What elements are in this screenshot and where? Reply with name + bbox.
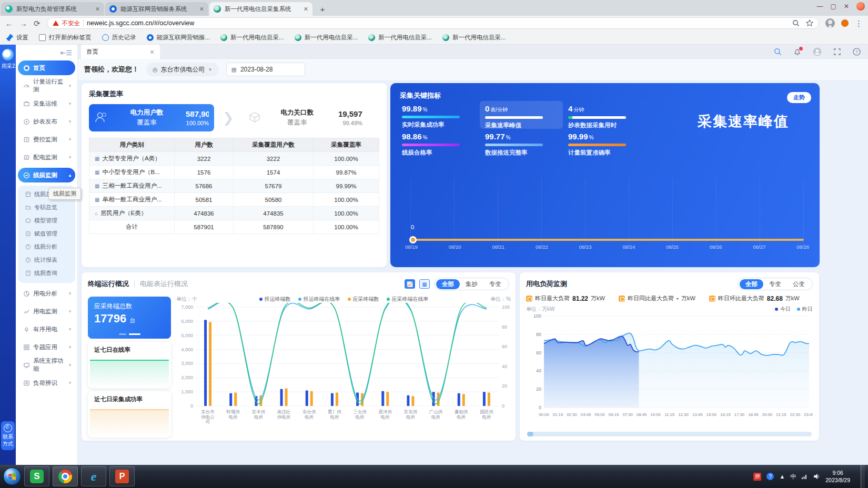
tab-close-icon[interactable]: ✕ (95, 6, 100, 13)
bookmark-energy[interactable]: 能源互联网营销服... (147, 34, 210, 42)
submenu-item-model-mgmt[interactable]: 模型管理 (18, 214, 75, 227)
table-row[interactable]: ⌂居民用户（E类） 474836474835100.00% (89, 207, 379, 220)
timeline-handle[interactable] (409, 236, 417, 243)
help-icon[interactable]: ? (853, 48, 861, 56)
fullscreen-icon[interactable] (833, 48, 841, 56)
filter-zhuanbian[interactable]: 专变 (483, 279, 507, 289)
reload-icon[interactable]: ⟳ (34, 19, 41, 27)
metric-reading-time[interactable]: 4分钟 抄表数据采集用时 (563, 101, 652, 129)
kpi-timeline[interactable]: 0 08/1908/2008/2108/2208/2308/2408/2508/… (410, 232, 804, 251)
taskbar-wps-button[interactable]: S (24, 466, 49, 486)
bookmark-neweic-3[interactable]: 新一代用电信息采... (368, 34, 432, 42)
sidebar-item-orderly-power[interactable]: 有序用电▼ (18, 322, 75, 337)
tray-chevron-up-icon[interactable]: ▲ (779, 473, 785, 480)
maximize-button[interactable]: ▢ (831, 3, 836, 9)
legend-item[interactable]: 应采终端在线率 (387, 296, 429, 303)
sidebar-item-meter-reading[interactable]: 抄表发布▼ (18, 114, 75, 129)
sidebar-item-fee-control[interactable]: ¥ 费控监测▼ (18, 132, 75, 147)
bookmark-star-icon[interactable] (806, 19, 813, 27)
forward-icon[interactable]: → (19, 19, 27, 27)
bookmark-settings[interactable]: 设置 (6, 34, 28, 42)
submenu-item-lineloss-query[interactable]: 线损查询 (18, 267, 75, 280)
bookmark-neweic-1[interactable]: 新一代用电信息采... (220, 34, 284, 42)
datazoom-slider[interactable] (527, 432, 812, 436)
org-selector[interactable]: ◎ 东台市供电公司 ▼ (146, 63, 219, 76)
legend-item[interactable]: 投运终端在线率 (298, 296, 340, 303)
filter-all[interactable]: 全部 (740, 279, 763, 289)
submenu-item-value-mgmt[interactable]: 赋值管理 (18, 227, 75, 240)
taskbar-ie-button[interactable]: e (81, 466, 106, 486)
browser-update-icon[interactable] (841, 19, 849, 27)
sidebar-item-usage-analysis[interactable]: 用电分析▼ (18, 286, 75, 301)
ime-cn-icon[interactable]: 中 (790, 473, 796, 481)
browser-menu-dots-icon[interactable]: ⋮ (855, 19, 863, 27)
online-rate-minicard[interactable]: 近七日在线率 (88, 342, 171, 388)
bookmark-neweic-2[interactable]: 新一代用电信息采... (295, 34, 358, 42)
user-avatar-icon[interactable] (813, 47, 822, 56)
sidebar-item-special-apps[interactable]: 专题应用▼ (18, 340, 75, 354)
datazoom-handle[interactable] (527, 432, 533, 436)
show-desktop-button[interactable] (861, 465, 865, 488)
network-icon[interactable] (801, 473, 808, 480)
taskbar-ppt-button[interactable]: P (109, 466, 135, 486)
zoom-icon[interactable] (792, 19, 800, 27)
browser-tab-3-active[interactable]: 新一代用电信息采集系统 ✕ (209, 2, 312, 16)
legend-item[interactable]: 投运终端数 (259, 296, 291, 303)
browser-tab-1[interactable]: 新型电力负荷管理系统 ✕ (1, 2, 104, 16)
new-tab-button[interactable]: + (316, 3, 329, 15)
sidebar-item-usage-monitor[interactable]: 用电监测▼ (18, 304, 75, 319)
filter-jichao[interactable]: 集抄 (460, 279, 483, 289)
address-bar[interactable]: 不安全 neweic.js.sgcc.com.cn/#/oc/overview (47, 17, 819, 29)
speaker-icon[interactable] (813, 473, 820, 480)
start-button[interactable] (3, 467, 21, 485)
legend-item[interactable]: 今日 (775, 306, 791, 313)
browser-profile-avatar[interactable] (825, 18, 835, 28)
table-row[interactable]: ▦中小型专变用户（B... 1576157499.87% (89, 166, 379, 179)
filter-gongbian[interactable]: 公变 (787, 279, 811, 289)
gateway-points-card[interactable]: 电力关口数覆盖率 19,59799.49% (243, 104, 368, 131)
metric-peak-rate[interactable]: 0表/分钟 采集速率峰值 (480, 101, 563, 129)
power-users-card[interactable]: 电力用户数覆盖率 587,901100.00% (89, 104, 214, 131)
success-rate-minicard[interactable]: 近七日采集成功率 (88, 391, 171, 438)
sidebar-item-load-identification[interactable]: 负荷辨识▼ (18, 375, 75, 390)
table-row[interactable]: ▦大型专变用户（A类） 32223222100.00% (89, 152, 379, 166)
filter-zhuanbian[interactable]: 专变 (763, 279, 787, 289)
sidebar-item-metering[interactable]: 计量运行监测▼ (18, 78, 75, 93)
tray-help-icon[interactable]: ? (766, 473, 774, 480)
sidebar-item-system-support[interactable]: 系统支撑功能▼ (18, 358, 75, 372)
page-tab-close-icon[interactable]: ✕ (149, 48, 155, 56)
security-label[interactable]: 不安全 (62, 19, 80, 27)
terminal-summary-card[interactable]: 应采终端总数 17796 台 (88, 297, 171, 339)
bookmark-neweic-4[interactable]: 新一代用电信息采... (442, 34, 506, 42)
date-picker[interactable]: ▦ 2023-08-28 (226, 63, 305, 76)
metric-lineloss-pass[interactable]: 98.86% 线损合格率 (397, 129, 480, 157)
browser-logo-icon[interactable] (856, 2, 865, 11)
taskbar-chrome-button[interactable] (53, 466, 78, 486)
metric-device-accuracy[interactable]: 99.99% 计量装置准确率 (563, 129, 652, 157)
browser-tab-2[interactable]: 能源互联网营销服务系统 ✕ (105, 2, 208, 16)
url-text[interactable]: neweic.js.sgcc.com.cn/#/oc/overview (87, 19, 194, 27)
page-tab-home[interactable]: 首页 ✕ (81, 45, 160, 59)
bookmark-history[interactable]: 历史记录 (102, 34, 136, 42)
submenu-item-duty-overview[interactable]: 专职总览 (18, 201, 75, 214)
bookmark-newtab[interactable]: 打开新的标签页 (39, 34, 92, 42)
taskbar-clock[interactable]: 9:06 2023/8/29 (825, 469, 850, 484)
legend-item[interactable]: 应采终端数 (348, 296, 379, 303)
submenu-item-report[interactable]: 统计报表 (18, 253, 75, 267)
metric-push-complete[interactable]: 99.77% 数据推送完整率 (480, 129, 563, 157)
sidebar-item-line-loss[interactable]: 线损监测▲ (18, 168, 75, 182)
filter-all[interactable]: 全部 (436, 279, 460, 289)
tab-close-icon[interactable]: ✕ (304, 6, 308, 13)
sidebar-collapse-icon[interactable]: ⇤☰ (60, 49, 72, 57)
sidebar-item-collection-ops[interactable]: 采集运维▼ (18, 96, 75, 111)
close-button[interactable]: ✕ (844, 3, 849, 9)
minimize-button[interactable]: — (817, 3, 823, 9)
search-icon[interactable] (774, 48, 782, 56)
submenu-item-lineloss-analysis[interactable]: 线损分析 (18, 240, 75, 253)
tab-close-icon[interactable]: ✕ (199, 6, 204, 13)
carousel-dots[interactable] (88, 333, 171, 335)
back-icon[interactable]: ← (5, 19, 13, 27)
tab-meter-overview[interactable]: 电能表运行概况 (140, 279, 188, 289)
trend-button[interactable]: 走势 (787, 92, 811, 103)
notifications-button[interactable] (793, 48, 801, 56)
